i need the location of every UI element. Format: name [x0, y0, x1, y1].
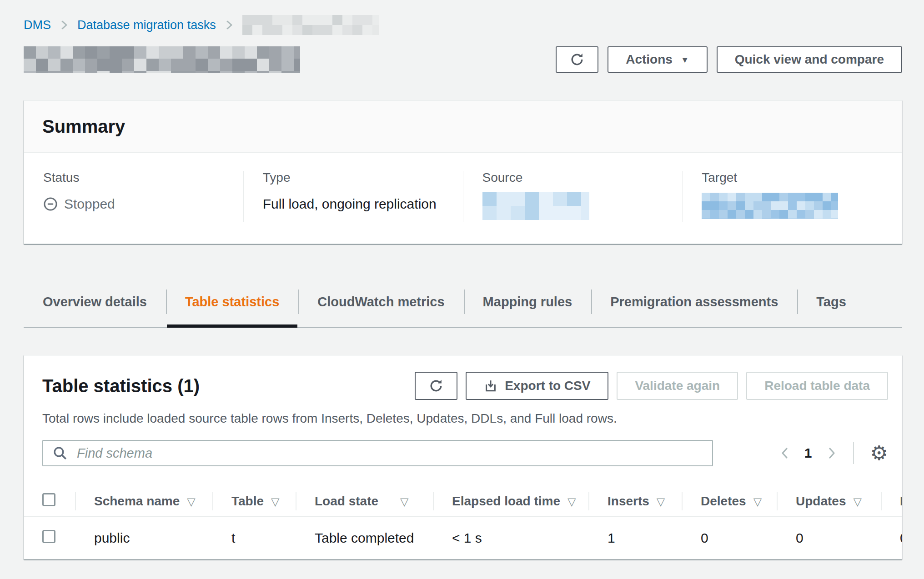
column-header-elapsed-load-time: Elapsed load time [452, 494, 560, 508]
tab-cloudwatch-metrics[interactable]: CloudWatch metrics [298, 288, 463, 316]
cell-deletes: 0 [682, 517, 777, 559]
page-header-actions: Actions ▼ Quick view and compare [556, 46, 902, 73]
tab-tags[interactable]: Tags [797, 288, 865, 316]
settings-gear-icon[interactable]: ⚙ [870, 443, 888, 463]
redacted-task-name [242, 15, 379, 35]
caret-down-icon: ▼ [681, 55, 689, 65]
breadcrumb: DMS Database migration tasks [24, 14, 902, 36]
validate-again-button[interactable]: Validate again [617, 372, 738, 400]
type-label: Type [263, 171, 444, 185]
table-statistics-table: Schema name▽ Table▽ Load state▽ Elapsed … [24, 486, 902, 559]
status-label: Status [43, 171, 224, 185]
status-value: Stopped [43, 196, 224, 212]
refresh-icon [569, 52, 585, 67]
status-text: Stopped [64, 196, 115, 212]
sort-icon[interactable]: ▽ [567, 495, 576, 508]
page-header: Actions ▼ Quick view and compare [24, 46, 902, 73]
target-label: Target [702, 171, 883, 185]
schema-search [42, 440, 713, 466]
table-statistics-actions: Export to CSV Validate again Reload tabl… [415, 372, 888, 400]
export-to-csv-label: Export to CSV [505, 379, 590, 393]
refresh-icon [428, 378, 444, 394]
sort-icon[interactable]: ▽ [271, 495, 279, 508]
pagination: 1 ⚙ [780, 442, 888, 464]
type-value: Full load, ongoing replication [263, 196, 444, 212]
summary-body: Status Stopped Type Full load, ongoing r… [24, 153, 902, 244]
actions-button-label: Actions [626, 52, 673, 67]
next-page-button[interactable] [827, 445, 837, 461]
validate-again-label: Validate again [635, 379, 720, 393]
find-schema-input[interactable] [42, 440, 713, 466]
table-controls: 1 ⚙ [24, 426, 902, 466]
current-page-number[interactable]: 1 [804, 445, 812, 461]
select-all-checkbox[interactable] [42, 493, 55, 506]
reload-table-data-label: Reload table data [764, 379, 870, 393]
row-checkbox[interactable] [42, 530, 55, 543]
cell-elapsed-load-time: < 1 s [433, 517, 588, 559]
column-header-ddls: DDLs [900, 494, 902, 508]
stopped-status-icon [43, 197, 58, 211]
tab-premigration-assessments[interactable]: Premigration assessments [591, 288, 797, 316]
tab-table-statistics[interactable]: Table statistics [166, 288, 298, 316]
reload-table-data-button[interactable]: Reload table data [746, 372, 888, 400]
chevron-right-icon [827, 445, 837, 461]
summary-field-status: Status Stopped [24, 171, 243, 222]
sort-icon[interactable]: ▽ [400, 495, 408, 508]
sort-icon[interactable]: ▽ [753, 495, 762, 508]
task-detail-tabs: Overview details Table statistics CloudW… [24, 288, 902, 328]
chevron-right-icon [224, 18, 234, 32]
cell-ddls: 0 [881, 517, 902, 559]
dms-task-page: DMS Database migration tasks Actions ▼ [0, 0, 924, 559]
export-to-csv-button[interactable]: Export to CSV [466, 372, 608, 400]
cell-updates: 0 [777, 517, 881, 559]
column-header-table: Table [231, 494, 264, 508]
breadcrumb-link-dms[interactable]: DMS [24, 18, 51, 32]
column-header-updates: Updates [796, 494, 846, 508]
summary-field-source: Source [463, 171, 683, 222]
source-label: Source [482, 171, 663, 185]
search-icon [52, 445, 68, 463]
table-header-row: Schema name▽ Table▽ Load state▽ Elapsed … [24, 486, 902, 517]
chevron-right-icon [59, 18, 69, 32]
table-statistics-title: Table statistics (1) [42, 374, 200, 398]
column-header-load-state: Load state [315, 494, 378, 508]
refresh-button[interactable] [556, 46, 598, 73]
previous-page-button[interactable] [780, 445, 790, 461]
cell-schema-name: public [75, 517, 212, 559]
summary-field-target: Target [682, 171, 902, 222]
table-row: public t Table completed < 1 s 1 0 0 0 [24, 517, 902, 559]
table-statistics-description: Total rows include loaded source table r… [24, 400, 902, 426]
download-icon [484, 379, 497, 393]
redacted-target-endpoint-link[interactable] [702, 193, 838, 219]
redacted-source-endpoint-link[interactable] [482, 192, 589, 220]
table-refresh-button[interactable] [415, 372, 457, 400]
pagination-divider [853, 442, 854, 464]
breadcrumb-link-tasks[interactable]: Database migration tasks [77, 18, 216, 32]
table-statistics-header: Table statistics (1) [24, 355, 902, 400]
cell-load-state: Table completed [296, 517, 433, 559]
quick-view-button-label: Quick view and compare [735, 52, 884, 67]
column-header-inserts: Inserts [608, 494, 649, 508]
sort-icon[interactable]: ▽ [853, 495, 861, 508]
quick-view-and-compare-button[interactable]: Quick view and compare [717, 46, 902, 73]
sort-icon[interactable]: ▽ [187, 495, 195, 508]
summary-title: Summary [42, 116, 884, 137]
summary-field-type: Type Full load, ongoing replication [243, 171, 463, 222]
cell-table: t [212, 517, 296, 559]
redacted-page-title [24, 46, 300, 73]
tab-overview-details[interactable]: Overview details [24, 288, 166, 316]
chevron-left-icon [780, 445, 790, 461]
column-header-schema-name: Schema name [94, 494, 180, 508]
tab-mapping-rules[interactable]: Mapping rules [464, 288, 592, 316]
summary-card: Summary Status Stopped Type Full load, o… [24, 100, 902, 244]
summary-card-header: Summary [24, 100, 902, 153]
sort-icon[interactable]: ▽ [657, 495, 665, 508]
actions-button[interactable]: Actions ▼ [608, 46, 708, 73]
table-statistics-card: Table statistics (1) [24, 355, 902, 559]
column-header-deletes: Deletes [701, 494, 746, 508]
cell-inserts: 1 [588, 517, 682, 559]
